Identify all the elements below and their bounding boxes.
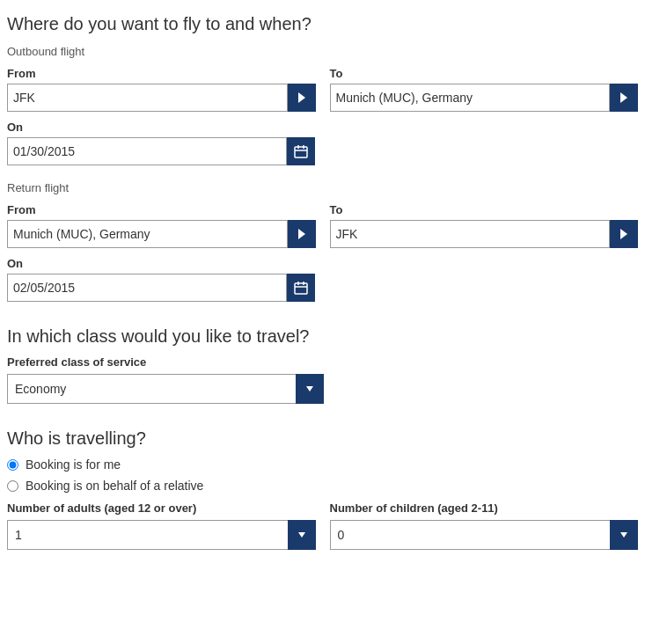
outbound-to-col: To <box>330 67 639 112</box>
outbound-to-label: To <box>330 67 639 80</box>
svg-marker-0 <box>298 92 305 103</box>
travellers-heading: Who is travelling? <box>7 428 638 449</box>
children-label: Number of children (aged 2-11) <box>330 501 639 515</box>
svg-marker-1 <box>620 92 627 103</box>
outbound-title: Outbound flight <box>7 45 638 58</box>
outbound-calendar-button[interactable] <box>287 137 315 165</box>
children-col: Number of children (aged 2-11) 0 1 2 3 4… <box>330 501 639 550</box>
svg-marker-6 <box>298 229 305 239</box>
class-select[interactable]: Economy Business First <box>7 374 324 404</box>
outbound-from-label: From <box>7 67 316 80</box>
return-calendar-button[interactable] <box>287 274 315 302</box>
adults-label: Number of adults (aged 12 or over) <box>7 501 316 515</box>
return-date-input[interactable] <box>7 274 287 302</box>
return-to-col: To <box>330 203 639 248</box>
return-date-group <box>7 274 315 302</box>
return-to-group <box>330 220 639 248</box>
outbound-to-group <box>330 84 639 112</box>
booking-radio-group: Booking is for me Booking is on behalf o… <box>7 457 638 493</box>
svg-rect-8 <box>295 283 307 294</box>
return-flight-section: Return flight From To <box>7 181 638 302</box>
return-to-label: To <box>330 203 639 216</box>
outbound-flight-section: Outbound flight From To <box>7 45 638 165</box>
class-heading: In which class would you like to travel? <box>7 326 638 347</box>
return-on-label: On <box>7 257 638 270</box>
return-from-arrow-button[interactable] <box>288 220 316 248</box>
radio-for-me-label: Booking is for me <box>26 457 121 472</box>
radio-booking-for-me[interactable]: Booking is for me <box>7 457 638 472</box>
radio-booking-behalf[interactable]: Booking is on behalf of a relative <box>7 479 638 493</box>
class-section: In which class would you like to travel?… <box>7 326 638 404</box>
return-from-label: From <box>7 203 316 216</box>
outbound-on-row: On <box>7 121 638 165</box>
outbound-from-group <box>7 84 316 112</box>
outbound-from-col: From <box>7 67 316 112</box>
radio-behalf-input[interactable] <box>7 480 18 492</box>
preferred-class-label: Preferred class of service <box>7 355 638 369</box>
adults-select[interactable]: 1 2 3 4 5 6 7 8 9 <box>7 520 316 550</box>
outbound-to-arrow-button[interactable] <box>610 84 638 112</box>
outbound-date-group <box>7 137 315 165</box>
return-from-group <box>7 220 316 248</box>
travellers-section: Who is travelling? Booking is for me Boo… <box>7 428 638 550</box>
outbound-from-arrow-button[interactable] <box>288 84 316 112</box>
outbound-from-input[interactable] <box>7 84 288 112</box>
radio-behalf-label: Booking is on behalf of a relative <box>26 479 203 493</box>
return-to-input[interactable] <box>330 220 611 248</box>
return-title: Return flight <box>7 181 638 194</box>
main-heading: Where do you want to fly to and when? <box>7 14 638 34</box>
return-on-row: On <box>7 257 638 302</box>
children-select[interactable]: 0 1 2 3 4 5 6 <box>330 520 639 550</box>
outbound-to-input[interactable] <box>330 84 611 112</box>
radio-for-me-input[interactable] <box>7 459 18 471</box>
return-from-input[interactable] <box>7 220 288 248</box>
adults-col: Number of adults (aged 12 or over) 1 2 3… <box>7 501 316 550</box>
adults-select-wrapper: 1 2 3 4 5 6 7 8 9 <box>7 520 316 550</box>
children-select-wrapper: 0 1 2 3 4 5 6 <box>330 520 639 550</box>
return-from-col: From <box>7 203 316 248</box>
svg-marker-7 <box>620 229 627 239</box>
return-to-arrow-button[interactable] <box>610 220 638 248</box>
travellers-counts-row: Number of adults (aged 12 or over) 1 2 3… <box>7 501 638 550</box>
class-select-wrapper: Economy Business First <box>7 374 324 404</box>
outbound-on-label: On <box>7 121 638 134</box>
outbound-date-input[interactable] <box>7 137 287 165</box>
svg-rect-2 <box>295 147 307 157</box>
